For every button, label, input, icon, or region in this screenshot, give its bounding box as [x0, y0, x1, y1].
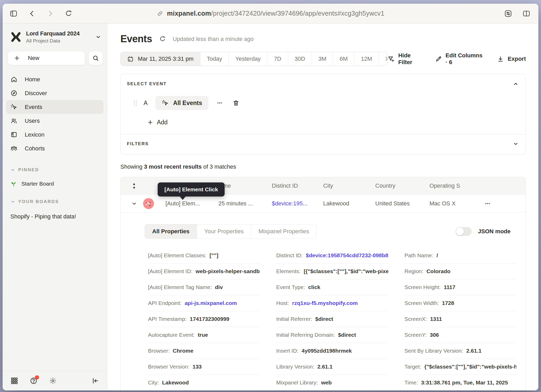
apps-grid-icon[interactable]: [10, 377, 18, 385]
property-row: [Auto] Element Classes:[""]: [148, 248, 260, 264]
column-header-country[interactable]: Country: [375, 177, 395, 194]
browser-toolbar: mixpanel.com/project/3472420/view/397469…: [3, 4, 538, 23]
date-preset-30d[interactable]: 30D: [288, 52, 312, 66]
properties-column-1: [Auto] Element Classes:[""][Auto] Elemen…: [148, 248, 260, 390]
delete-icon[interactable]: [232, 100, 239, 107]
sidebar-item-label: Cohorts: [25, 145, 45, 152]
select-event-card: SELECT EVENT A: [120, 74, 526, 155]
property-value: {"$classes":[""],"$id":"web-pixels-hel..…: [424, 364, 517, 370]
edit-columns-button[interactable]: Edit Columns · 6: [435, 52, 484, 66]
property-label: Insert ID:: [276, 348, 298, 354]
your-boards-section-header[interactable]: YOUR BOARDS: [10, 199, 99, 204]
collapse-sidebar-icon[interactable]: [91, 377, 99, 385]
date-preset-today[interactable]: Today: [200, 52, 229, 66]
sidebar-item-users[interactable]: Users: [6, 114, 103, 128]
tab-all-properties[interactable]: All Properties: [145, 224, 197, 238]
property-row: Elements:[{"$classes":[""],"$id":"web-pi…: [276, 264, 388, 279]
board-item[interactable]: Shopify - Piping that data!: [10, 213, 99, 220]
browser-window: mixpanel.com/project/3472420/view/397469…: [3, 4, 538, 390]
property-label: [Auto] Element Classes:: [148, 252, 206, 259]
pinned-item[interactable]: Starter Board: [10, 180, 99, 187]
date-preset-xtd[interactable]: XTD: [379, 52, 388, 66]
page-settings-icon[interactable]: [504, 9, 512, 18]
property-value: true: [198, 332, 208, 338]
date-preset-7d[interactable]: 7D: [267, 52, 288, 66]
settings-gear-icon[interactable]: [49, 377, 57, 385]
download-icon: [497, 56, 504, 63]
help-button[interactable]: [30, 377, 38, 385]
cell-city: Lakewood: [323, 194, 349, 213]
property-row: Mixpanel Library:web: [276, 375, 388, 390]
column-header-distinct-id[interactable]: Distinct ID: [272, 177, 298, 194]
sidebar-item-cohorts[interactable]: Cohorts: [6, 142, 103, 155]
updated-status: Updated less than a minute ago: [173, 36, 254, 42]
users-icon: [10, 117, 17, 124]
property-label: Distinct ID:: [276, 252, 303, 259]
add-event-button[interactable]: Add: [147, 119, 526, 126]
split-view-icon[interactable]: [522, 9, 531, 18]
hide-filter-button[interactable]: Hide Filter: [388, 52, 421, 66]
chevron-down-icon[interactable]: [513, 141, 519, 147]
properties-tabs: All PropertiesYour PropertiesMixpanel Pr…: [145, 224, 317, 239]
discover-icon: [10, 90, 17, 97]
pinned-section-header[interactable]: PINNED: [10, 167, 99, 173]
export-label: Export: [508, 56, 526, 62]
json-mode-label: JSON mode: [478, 228, 511, 235]
property-value[interactable]: $device:1958754cdd7232-098b89...: [306, 252, 388, 259]
pinned-item-label: Starter Board: [21, 181, 54, 187]
event-letter: A: [144, 100, 147, 107]
sidebar-item-home[interactable]: Home: [6, 72, 103, 86]
property-label: Sent By Library Version:: [404, 348, 463, 354]
property-row: [Auto] Element ID:web-pixels-helper-sand…: [148, 264, 260, 279]
toggle-knob: [456, 228, 464, 235]
event-row: A All Events: [133, 96, 526, 110]
date-preset-6m[interactable]: 6M: [333, 52, 354, 66]
property-value[interactable]: rzq1xu-f5.myshopify.com: [292, 300, 358, 306]
tab-mixpanel-properties[interactable]: Mixpanel Properties: [251, 224, 316, 238]
more-options-icon[interactable]: [216, 100, 223, 106]
address-bar[interactable]: mixpanel.com/project/3472420/view/397469…: [157, 10, 384, 17]
back-icon[interactable]: [28, 10, 36, 17]
export-button[interactable]: Export: [497, 56, 526, 63]
chevron-up-icon[interactable]: [513, 81, 519, 87]
sidebar-toggle-icon[interactable]: [9, 9, 18, 18]
drag-handle-icon[interactable]: [133, 100, 138, 106]
filters-label: FILTERS: [127, 141, 149, 146]
new-button[interactable]: New: [8, 51, 85, 65]
date-preset-yesterday[interactable]: Yesterday: [229, 52, 267, 66]
column-header-operating-s[interactable]: Operating S: [429, 177, 460, 194]
property-row: API Timestamp:1741732300999: [148, 311, 260, 327]
json-mode-toggle[interactable]: [456, 227, 472, 236]
date-preset-12m[interactable]: 12M: [354, 52, 379, 66]
cohorts-icon: [10, 145, 17, 152]
sidebar-footer: [3, 371, 107, 390]
seedling-icon: [10, 180, 17, 187]
property-row: Region:Colorado: [404, 264, 517, 279]
reload-icon[interactable]: [65, 10, 72, 17]
date-preset-3m[interactable]: 3M: [312, 52, 333, 66]
column-header-city[interactable]: City: [323, 177, 333, 194]
forward-icon[interactable]: [46, 10, 54, 17]
cell-distinct-id[interactable]: $device:195...: [272, 194, 308, 213]
property-row: Autocapture Event:true: [148, 327, 260, 343]
project-name: Lord Farquaad 2024: [26, 30, 91, 37]
property-row: Insert ID:4y095zdd198hrmek: [276, 343, 388, 359]
project-switcher[interactable]: Lord Farquaad 2024 All Project Data: [10, 30, 101, 44]
event-selector[interactable]: All Events: [155, 96, 208, 110]
row-more-options-icon[interactable]: [484, 194, 491, 213]
filter-plus-icon: [388, 56, 395, 63]
sidebar-item-discover[interactable]: Discover: [6, 86, 103, 100]
tab-your-properties[interactable]: Your Properties: [197, 224, 251, 238]
sidebar-item-events[interactable]: Events: [6, 100, 103, 114]
property-value[interactable]: api-js.mixpanel.com: [185, 300, 237, 306]
refresh-icon[interactable]: [159, 35, 166, 42]
property-value: [""]: [210, 252, 218, 259]
date-picker-current[interactable]: Mar 11, 2025 3:31 pm: [121, 52, 200, 66]
search-button[interactable]: [88, 51, 103, 65]
sidebar-item-lexicon[interactable]: Lexicon: [6, 128, 103, 142]
property-value: 2.61.1: [317, 364, 333, 370]
toolbar-left-group: [9, 9, 72, 18]
collapse-rows-icon[interactable]: [131, 177, 138, 194]
property-value: 4y095zdd198hrmek: [302, 348, 352, 354]
expand-row-chevron-icon[interactable]: [131, 194, 137, 213]
